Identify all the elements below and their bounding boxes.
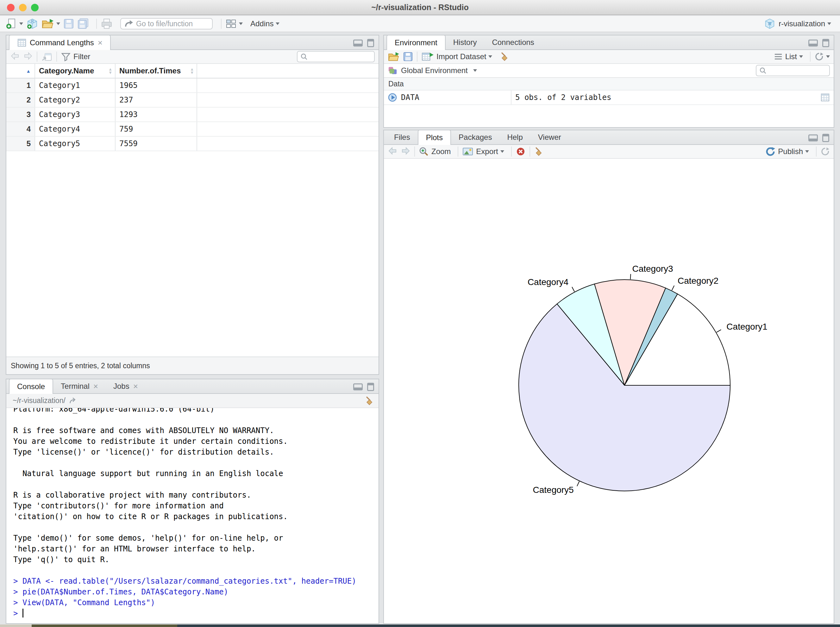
clear-plots-broom-icon[interactable] (534, 146, 544, 157)
export-plot-button[interactable]: Export (462, 147, 504, 156)
minimize-pane-icon[interactable] (808, 134, 818, 142)
close-icon[interactable]: × (93, 381, 98, 391)
packages-tab-label: Packages (459, 133, 492, 142)
close-icon[interactable]: × (98, 38, 103, 48)
refresh-plot-icon[interactable] (820, 147, 830, 156)
minimize-pane-icon[interactable] (353, 383, 363, 391)
close-icon[interactable]: × (133, 381, 138, 391)
environment-search-input[interactable] (767, 66, 827, 75)
sort-ascending-icon: ▲ (26, 68, 31, 74)
tab-console[interactable]: Console (9, 379, 53, 394)
new-file-icon (6, 18, 17, 30)
tab-terminal[interactable]: Terminal × (53, 379, 106, 393)
view-table-icon[interactable] (820, 93, 830, 102)
environment-search-box[interactable] (756, 65, 830, 76)
zoom-plot-button[interactable]: Zoom (419, 147, 451, 157)
forward-icon[interactable] (22, 52, 33, 62)
viewer-search-input[interactable] (308, 52, 371, 61)
plot-canvas: Category1Category2Category3Category4Cate… (384, 159, 834, 623)
open-new-window-icon[interactable] (41, 52, 52, 62)
files-tab-label: Files (394, 133, 410, 142)
addins-button[interactable]: Addins (250, 19, 279, 28)
column-label: Category.Name (39, 66, 94, 75)
load-workspace-icon[interactable] (388, 52, 400, 62)
category-name-cell: Category2 (35, 93, 115, 107)
category-name-cell: Category1 (35, 79, 115, 92)
maximize-pane-icon[interactable] (367, 383, 374, 391)
search-icon (300, 52, 308, 61)
tab-jobs[interactable]: Jobs × (106, 379, 145, 393)
table-body: 1Category119652Category22373Category3129… (6, 79, 379, 151)
import-dataset-label: Import Dataset (436, 52, 486, 61)
publish-plot-button[interactable]: Publish (765, 147, 809, 157)
table-row[interactable]: 3Category31293 (6, 107, 379, 122)
clear-environment-broom-icon[interactable] (500, 51, 510, 62)
pie-label: Category3 (632, 264, 673, 274)
viewer-toolbar: Filter (6, 50, 379, 64)
rownum-header-cell[interactable]: ▲ (6, 64, 35, 78)
tab-help[interactable]: Help (499, 130, 530, 144)
plots-tabbar: Files Plots Packages Help Viewer (384, 130, 834, 145)
tab-viewer[interactable]: Viewer (531, 130, 569, 144)
tab-history[interactable]: History (446, 35, 485, 49)
viewer-search-box[interactable] (297, 51, 375, 62)
data-section-label: Data (388, 80, 404, 88)
toolbar-separator (96, 19, 97, 29)
maximize-pane-icon[interactable] (822, 134, 829, 142)
list-view-button[interactable]: List (774, 52, 803, 61)
remove-plot-icon[interactable] (516, 147, 526, 157)
save-workspace-icon[interactable] (403, 52, 413, 62)
table-row[interactable]: 2Category2237 (6, 93, 379, 107)
column-header-number-of-times[interactable]: Number.of.Times ▲▼ (115, 64, 197, 78)
tab-files[interactable]: Files (387, 130, 418, 144)
object-description: 5 obs. of 2 variables (511, 90, 611, 104)
scope-caret-icon[interactable] (473, 69, 477, 72)
save-all-button[interactable] (77, 18, 89, 30)
table-row[interactable]: 1Category11965 (6, 79, 379, 93)
tab-connections[interactable]: Connections (484, 35, 542, 49)
clear-console-broom-icon[interactable] (365, 395, 375, 406)
next-plot-icon[interactable] (400, 147, 411, 157)
maximize-pane-icon[interactable] (822, 39, 829, 47)
new-project-button[interactable]: R (26, 18, 38, 30)
tab-packages[interactable]: Packages (451, 130, 499, 144)
console-line: Type 'license()' or 'licence()' for dist… (13, 447, 379, 457)
viewer-tabbar: Command Lengths × (6, 35, 379, 50)
goto-file-function-input[interactable]: Go to file/function (120, 18, 213, 30)
save-button[interactable] (63, 18, 74, 29)
back-icon[interactable] (10, 52, 21, 62)
column-header-category-name[interactable]: Category.Name ▲▼ (35, 64, 115, 78)
expand-object-icon[interactable] (388, 93, 397, 102)
open-file-button[interactable] (41, 18, 60, 29)
maximize-pane-icon[interactable] (367, 39, 374, 47)
toolbar-separator (816, 147, 816, 157)
project-menu-button[interactable]: R r-visualization (764, 18, 831, 30)
tab-environment[interactable]: Environment (387, 35, 446, 50)
previous-plot-icon[interactable] (388, 147, 398, 157)
tab-plots[interactable]: Plots (418, 130, 451, 145)
table-row[interactable]: 4Category4759 (6, 122, 379, 137)
pane-layout-button[interactable] (225, 19, 243, 29)
screen-bottom-edge (0, 624, 840, 627)
console-line (13, 565, 379, 576)
goto-directory-icon[interactable] (69, 397, 77, 405)
console-output[interactable]: Platform: x86_64-apple-darwin15.6.0 (64-… (6, 408, 379, 623)
save-all-icon (77, 18, 89, 30)
table-row[interactable]: 5Category57559 (6, 137, 379, 151)
filter-button[interactable]: Filter (61, 52, 90, 62)
environment-object-row[interactable]: DATA 5 obs. of 2 variables (384, 90, 834, 105)
console-line: > View(DATA, "Command Lengths") (13, 597, 379, 608)
row-number-cell: 4 (6, 122, 35, 136)
import-dataset-button[interactable]: Import Dataset (421, 52, 492, 62)
scope-selector[interactable]: Global Environment (401, 66, 468, 75)
minimize-pane-icon[interactable] (353, 39, 363, 47)
number-of-times-cell: 759 (115, 122, 197, 136)
project-cube-icon: R (764, 18, 775, 30)
console-line: 'help.start()' for an HTML browser inter… (13, 544, 379, 554)
refresh-environment-button[interactable] (814, 52, 830, 61)
new-file-button[interactable] (6, 18, 23, 30)
console-line: Natural language support but running in … (13, 468, 379, 479)
minimize-pane-icon[interactable] (808, 39, 818, 47)
tab-command-lengths[interactable]: Command Lengths × (9, 35, 111, 50)
print-button[interactable] (101, 18, 113, 29)
